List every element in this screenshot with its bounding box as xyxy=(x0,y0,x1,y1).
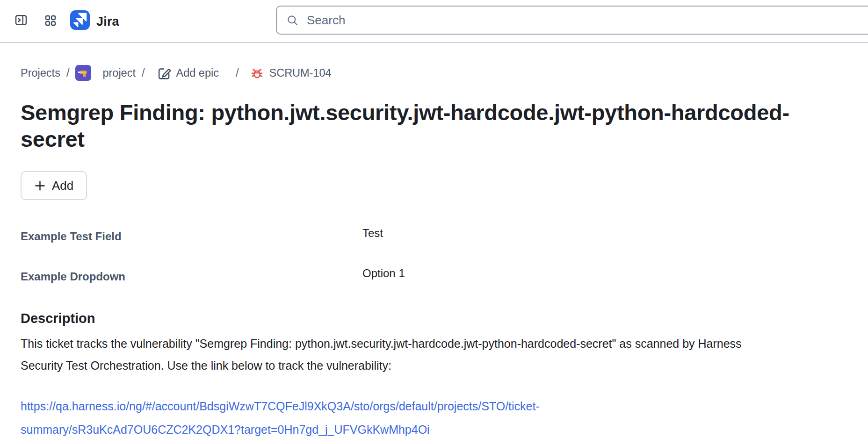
field-value-example-test-field[interactable]: Test xyxy=(362,227,383,240)
jira-logo-icon xyxy=(70,10,90,30)
add-button-label: Add xyxy=(52,179,73,193)
breadcrumb: Projects / project / Add epic / xyxy=(21,64,868,81)
vulnerability-link[interactable]: https://qa.harness.io/ng/#/account/Bdsgi… xyxy=(21,400,540,436)
field-label: Example Test Field xyxy=(21,230,362,243)
description-link-wrap: https://qa.harness.io/ng/#/account/Bdsgi… xyxy=(21,394,750,441)
breadcrumb-project-link[interactable]: project xyxy=(102,67,136,79)
issue-title[interactable]: Semgrep Finding: python.jwt.security.jwt… xyxy=(21,99,847,152)
breadcrumb-issue-key-link[interactable]: SCRUM-104 xyxy=(269,67,331,79)
app-switcher-button[interactable] xyxy=(43,13,58,28)
edit-icon xyxy=(157,66,171,80)
add-button[interactable]: Add xyxy=(21,171,87,200)
search-input[interactable] xyxy=(306,7,868,34)
breadcrumb-separator: / xyxy=(142,67,145,79)
top-navigation-bar: Jira xyxy=(0,0,868,43)
drill-project-avatar-icon xyxy=(75,65,91,81)
app-switcher-icon xyxy=(44,14,57,27)
app-name: Jira xyxy=(96,0,119,43)
field-row-example-dropdown: Example Dropdown Option 1 xyxy=(21,270,868,283)
field-value-example-dropdown[interactable]: Option 1 xyxy=(362,267,405,280)
jira-logo[interactable] xyxy=(70,10,90,30)
field-row-example-test-field: Example Test Field Test xyxy=(21,230,868,243)
bug-icon xyxy=(250,66,264,80)
custom-fields: Example Test Field Test Example Dropdown… xyxy=(0,230,868,283)
description-section: Description This ticket tracks the vulne… xyxy=(0,310,868,441)
description-body: This ticket tracks the vulnerability "Se… xyxy=(21,333,750,377)
description-heading: Description xyxy=(21,310,868,326)
field-label: Example Dropdown xyxy=(21,270,362,283)
expand-sidebar-button[interactable] xyxy=(13,12,29,28)
expand-sidebar-icon xyxy=(14,13,28,27)
breadcrumb-projects-link[interactable]: Projects xyxy=(21,67,60,79)
breadcrumb-separator: / xyxy=(236,67,239,79)
search-icon xyxy=(286,14,299,27)
breadcrumb-add-epic-link[interactable]: Add epic xyxy=(176,67,219,79)
plus-icon xyxy=(34,180,46,192)
breadcrumb-separator: / xyxy=(66,67,70,79)
search-bar[interactable] xyxy=(276,6,868,35)
